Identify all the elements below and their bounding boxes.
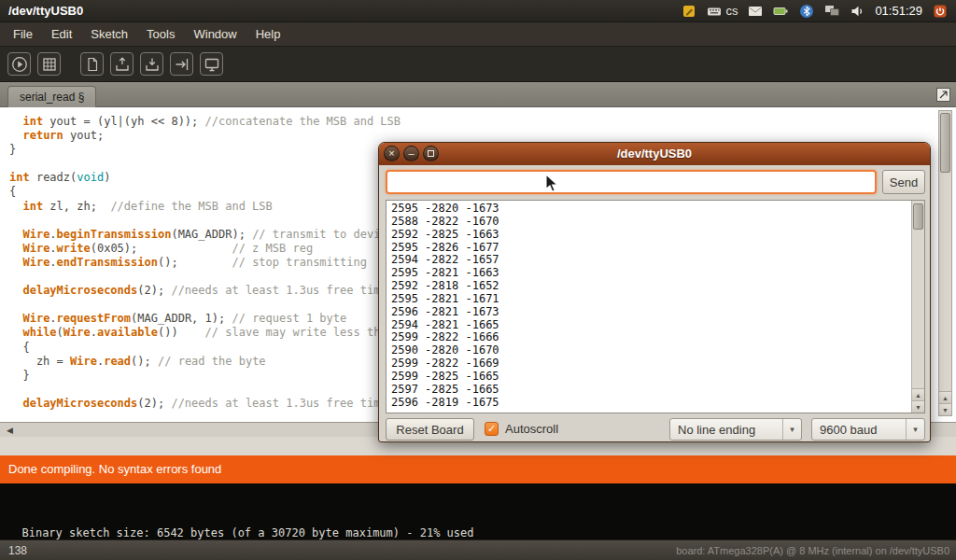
bluetooth-icon[interactable] xyxy=(799,4,814,19)
code-line: return yout; xyxy=(9,129,956,143)
serial-output-line: 2590 -2820 -1670 xyxy=(391,344,907,357)
serial-output-line: 2595 -2826 -1677 xyxy=(391,242,907,255)
serial-monitor-title: /dev/ttyUSB0 xyxy=(617,147,692,161)
battery-icon[interactable] xyxy=(773,5,789,18)
editor-scroll-up-icon[interactable]: ▲ xyxy=(939,391,951,403)
window-titlebar[interactable]: /dev/ttyUSB0 xyxy=(379,143,930,165)
system-tray: cs 01:51:29 xyxy=(682,4,950,19)
serial-output-line: 2595 -2821 -1671 xyxy=(391,293,907,306)
send-button[interactable]: Send xyxy=(882,170,925,194)
close-button[interactable]: × xyxy=(384,146,400,161)
serial-output-line: 2595 -2821 -1663 xyxy=(391,267,907,280)
tab-menu-button[interactable] xyxy=(935,87,951,103)
window-title: /dev/ttyUSB0 xyxy=(8,4,83,18)
serial-scroll-up-icon[interactable]: ▲ xyxy=(912,388,924,400)
window-buttons: × – xyxy=(384,146,439,161)
chevron-down-icon: ▾ xyxy=(906,419,924,440)
console-text: Binary sketch size: 6542 bytes (of a 307… xyxy=(21,526,473,539)
menu-file[interactable]: File xyxy=(4,22,42,46)
serial-output-line: 2592 -2825 -1663 xyxy=(391,229,907,242)
session-menu-icon[interactable] xyxy=(933,4,948,19)
verify-button[interactable] xyxy=(7,52,31,76)
menu-sketch[interactable]: Sketch xyxy=(81,22,137,46)
serial-output-line: 2596 -2821 -1673 xyxy=(391,306,907,319)
editor-vscroll-thumb[interactable] xyxy=(940,113,950,173)
volume-icon[interactable] xyxy=(851,5,865,18)
menu-edit[interactable]: Edit xyxy=(42,22,81,46)
network-icon[interactable] xyxy=(824,4,840,18)
keyboard-icon xyxy=(707,4,722,19)
maximize-button[interactable] xyxy=(423,146,439,161)
menu-help[interactable]: Help xyxy=(246,22,290,46)
console: Binary sketch size: 6542 bytes (of a 307… xyxy=(0,483,956,539)
reset-board-button[interactable]: Reset Board xyxy=(386,418,474,441)
serial-output-line: 2588 -2822 -1670 xyxy=(391,216,907,229)
toolbar xyxy=(0,47,956,82)
editor-scroll-down-icon[interactable]: ▼ xyxy=(939,403,951,415)
serial-output-line: 2594 -2821 -1665 xyxy=(391,319,907,332)
serial-output-line: 2592 -2818 -1652 xyxy=(391,280,907,293)
clock[interactable]: 01:51:29 xyxy=(875,4,922,18)
line-ending-select[interactable]: No line ending ▾ xyxy=(669,418,802,441)
hscroll-left-icon[interactable]: ◀ xyxy=(7,426,13,435)
maximize-icon xyxy=(428,150,434,157)
serial-output[interactable]: 2595 -2820 -16732588 -2822 -16702592 -28… xyxy=(386,200,925,413)
open-button[interactable] xyxy=(110,52,134,76)
serial-output-line: 2597 -2825 -1665 xyxy=(391,384,907,397)
editor-vscroll[interactable]: ▲ ▼ xyxy=(938,110,952,416)
serial-vscroll-thumb[interactable] xyxy=(913,203,923,230)
notes-icon[interactable] xyxy=(682,4,696,19)
serial-output-line: 2599 -2822 -1669 xyxy=(391,357,907,371)
code-line: int yout = (yl|(yh << 8)); //concatenate… xyxy=(9,115,956,129)
line-number: 138 xyxy=(8,544,27,557)
serial-output-line: 2596 -2819 -1675 xyxy=(391,397,907,410)
keyboard-layout-label: cs xyxy=(725,4,738,18)
baud-select[interactable]: 9600 baud ▾ xyxy=(811,418,925,441)
upload-button[interactable] xyxy=(170,52,193,76)
compile-status-message: Done compiling. No syntax errors found xyxy=(8,462,221,476)
check-icon: ✓ xyxy=(487,423,496,434)
serial-output-line: 2594 -2822 -1657 xyxy=(391,254,907,267)
menubar: FileEditSketchToolsWindowHelp xyxy=(0,22,956,47)
serial-output-line: 2599 -2822 -1666 xyxy=(391,331,907,344)
serial-output-line: 2595 -2820 -1673 xyxy=(391,203,907,216)
autoscroll-checkbox[interactable]: ✓ xyxy=(485,422,499,436)
baud-value: 9600 baud xyxy=(812,423,906,437)
minimize-button[interactable]: – xyxy=(403,146,419,161)
save-button[interactable] xyxy=(140,52,163,76)
keyboard-indicator[interactable]: cs xyxy=(707,4,738,19)
board-info: board: ATmega328P(A) @ 8 MHz (internal) … xyxy=(676,545,949,556)
tab-strip: serial_read § xyxy=(0,82,956,107)
compile-status-bar: Done compiling. No syntax errors found xyxy=(0,455,956,483)
mail-icon[interactable] xyxy=(748,5,763,18)
tab-serial-read[interactable]: serial_read § xyxy=(7,86,96,107)
serial-input[interactable] xyxy=(386,170,877,194)
serial-output-line: 2599 -2825 -1665 xyxy=(391,371,907,384)
serial-monitor-button[interactable] xyxy=(200,52,223,76)
serial-vscroll[interactable]: ▲ ▼ xyxy=(911,201,924,413)
chevron-down-icon: ▾ xyxy=(782,419,801,440)
menu-tools[interactable]: Tools xyxy=(137,22,184,46)
autoscroll-label: Autoscroll xyxy=(505,418,558,441)
serial-monitor-window: /dev/ttyUSB0 × – Send 2595 -2820 -167325… xyxy=(378,142,931,442)
new-button[interactable] xyxy=(80,52,104,76)
menu-window[interactable]: Window xyxy=(184,22,246,46)
top-panel: /dev/ttyUSB0 cs 01:51:29 xyxy=(0,0,956,22)
serial-output-text: 2595 -2820 -16732588 -2822 -16702592 -28… xyxy=(387,201,911,413)
status-line: 138 board: ATmega328P(A) @ 8 MHz (intern… xyxy=(0,539,956,560)
stop-button[interactable] xyxy=(37,52,61,76)
line-ending-value: No line ending xyxy=(670,423,782,437)
serial-scroll-down-icon[interactable]: ▼ xyxy=(912,400,924,413)
